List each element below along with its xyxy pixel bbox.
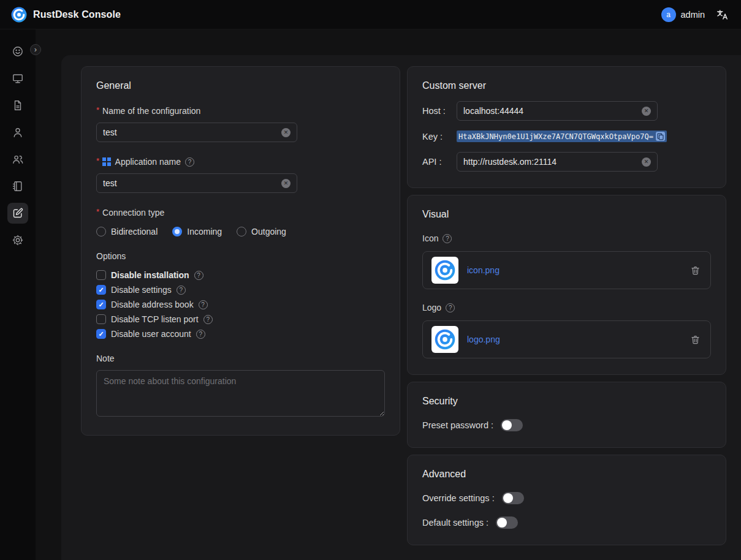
clear-icon[interactable]: ✕ bbox=[281, 179, 291, 188]
sidebar-item-devices[interactable] bbox=[0, 65, 36, 92]
help-icon[interactable]: ? bbox=[177, 286, 186, 295]
logo-filename-link[interactable]: logo.png bbox=[467, 335, 680, 344]
help-icon[interactable]: ? bbox=[185, 157, 194, 167]
app-name-field-label: * Application name ? bbox=[96, 157, 385, 167]
preset-password-label: Preset password : bbox=[422, 420, 493, 430]
checkbox-box[interactable] bbox=[96, 300, 106, 309]
required-marker: * bbox=[96, 105, 99, 115]
sidebar-item-audit[interactable] bbox=[0, 92, 36, 119]
host-label: Host : bbox=[422, 106, 452, 116]
general-card: General * Name of the configuration ✕ bbox=[81, 66, 400, 436]
api-label: API : bbox=[422, 157, 452, 167]
clear-icon[interactable]: ✕ bbox=[642, 107, 651, 116]
radio-label: Bidirectional bbox=[111, 227, 158, 236]
security-title: Security bbox=[422, 396, 711, 407]
app-name-input-wrap: ✕ bbox=[96, 173, 297, 193]
key-value-selected[interactable]: HtaXBkJNHyn0e1U1jWXze7A7CN7QTGWqxkOtpaVp… bbox=[457, 131, 667, 142]
visual-title: Visual bbox=[422, 209, 711, 220]
host-input[interactable] bbox=[463, 106, 637, 116]
note-textarea[interactable] bbox=[96, 370, 385, 417]
app-title: RustDesk Console bbox=[33, 9, 121, 20]
radio-circle[interactable] bbox=[96, 227, 106, 236]
checkbox-box[interactable] bbox=[96, 270, 106, 280]
sidebar: › bbox=[0, 29, 36, 560]
rustdesk-logo-icon bbox=[11, 7, 27, 23]
icon-filename-link[interactable]: icon.png bbox=[467, 265, 680, 275]
checkbox-box[interactable] bbox=[96, 314, 106, 324]
clear-icon[interactable]: ✕ bbox=[642, 157, 651, 167]
override-settings-toggle[interactable] bbox=[502, 492, 524, 504]
checkbox-label: Disable installation bbox=[111, 270, 189, 280]
checkbox-box[interactable] bbox=[96, 329, 106, 339]
delete-icon-button[interactable] bbox=[689, 264, 702, 277]
help-icon[interactable]: ? bbox=[199, 300, 208, 309]
host-input-wrap: ✕ bbox=[457, 101, 658, 121]
preset-password-toggle[interactable] bbox=[501, 419, 523, 431]
help-icon[interactable]: ? bbox=[203, 315, 213, 324]
radio-outgoing[interactable]: Outgoing bbox=[237, 227, 286, 236]
delete-logo-button[interactable] bbox=[689, 333, 702, 346]
security-card: Security Preset password : bbox=[407, 382, 726, 448]
sidebar-item-settings[interactable] bbox=[0, 227, 36, 254]
logo-upload-label: Logo ? bbox=[422, 303, 711, 312]
person-icon bbox=[7, 122, 28, 143]
checkbox-disable-address-book[interactable]: Disable address book ? bbox=[96, 300, 385, 309]
api-input[interactable] bbox=[463, 157, 637, 167]
checkbox-disable-user-account[interactable]: Disable user account ? bbox=[96, 329, 385, 339]
config-name-input-wrap: ✕ bbox=[96, 123, 297, 142]
note-label: Note bbox=[96, 354, 385, 363]
advanced-card: Advanced Override settings : Default set… bbox=[407, 455, 726, 545]
help-icon[interactable]: ? bbox=[194, 271, 203, 280]
clear-icon[interactable]: ✕ bbox=[281, 128, 291, 137]
smiley-icon bbox=[7, 41, 28, 62]
checkbox-disable-installation[interactable]: Disable installation ? bbox=[96, 270, 385, 280]
brand: RustDesk Console bbox=[11, 7, 121, 23]
required-marker: * bbox=[96, 156, 99, 165]
top-bar: RustDesk Console a admin bbox=[0, 0, 741, 29]
connection-type-radios: Bidirectional Incoming Outgoing bbox=[96, 227, 385, 236]
default-settings-toggle[interactable] bbox=[496, 516, 518, 529]
monitor-icon bbox=[7, 68, 28, 89]
checkbox-label: Disable address book bbox=[111, 300, 194, 309]
language-icon[interactable] bbox=[715, 7, 730, 22]
help-icon[interactable]: ? bbox=[443, 234, 452, 243]
radio-bidirectional[interactable]: Bidirectional bbox=[96, 227, 158, 236]
general-title: General bbox=[96, 80, 385, 91]
gear-icon bbox=[7, 230, 28, 251]
sidebar-item-groups[interactable] bbox=[0, 146, 36, 173]
sidebar-expand-button[interactable]: › bbox=[30, 44, 41, 55]
logo-file-row: logo.png bbox=[422, 320, 711, 358]
icon-preview bbox=[431, 257, 458, 284]
checkbox-disable-tcp-listen-port[interactable]: Disable TCP listen port ? bbox=[96, 314, 385, 324]
options-label: Options bbox=[96, 251, 385, 261]
radio-label: Outgoing bbox=[251, 227, 286, 236]
logo-preview bbox=[431, 326, 458, 353]
checkbox-box[interactable] bbox=[96, 285, 106, 295]
icon-upload-label: Icon ? bbox=[422, 233, 711, 243]
group-icon bbox=[7, 149, 28, 170]
key-value[interactable]: HtaXBkJNHyn0e1U1jWXze7A7CN7QTGWqxkOtpaVp… bbox=[458, 132, 653, 141]
copy-icon[interactable] bbox=[656, 132, 665, 141]
help-icon[interactable]: ? bbox=[446, 303, 455, 312]
user-menu[interactable]: a admin bbox=[661, 7, 705, 22]
chevron-right-icon: › bbox=[34, 45, 37, 53]
advanced-title: Advanced bbox=[422, 469, 711, 480]
sidebar-item-users[interactable] bbox=[0, 119, 36, 146]
config-name-input[interactable] bbox=[103, 127, 276, 137]
sidebar-item-custom-clients[interactable] bbox=[0, 200, 36, 227]
main-area: General * Name of the configuration ✕ bbox=[36, 29, 741, 560]
default-settings-label: Default settings : bbox=[422, 518, 488, 528]
custom-server-card: Custom server Host : ✕ Key : HtaXBkJN bbox=[407, 66, 726, 188]
sidebar-item-address-books[interactable] bbox=[0, 173, 36, 200]
document-icon bbox=[7, 95, 28, 116]
icon-file-row: icon.png bbox=[422, 251, 711, 289]
radio-circle[interactable] bbox=[237, 227, 246, 236]
help-icon[interactable]: ? bbox=[196, 330, 205, 339]
checkbox-disable-settings[interactable]: Disable settings ? bbox=[96, 285, 385, 295]
app-name-input[interactable] bbox=[103, 178, 276, 188]
radio-incoming[interactable]: Incoming bbox=[172, 227, 222, 236]
radio-circle[interactable] bbox=[172, 227, 182, 236]
custom-server-title: Custom server bbox=[422, 80, 711, 91]
checkbox-label: Disable settings bbox=[111, 285, 172, 295]
avatar[interactable]: a bbox=[661, 7, 676, 22]
